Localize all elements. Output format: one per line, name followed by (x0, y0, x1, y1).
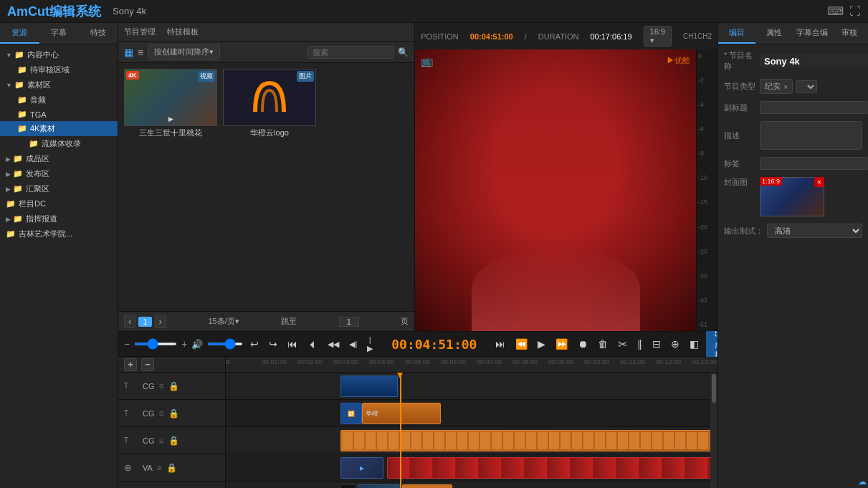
tab-properties[interactable]: 属性 (755, 23, 793, 44)
cover-remove-btn[interactable]: × (814, 177, 824, 187)
volume-icon[interactable]: 🔊 (191, 339, 203, 350)
clip-cg2-orange[interactable]: 华橙 (362, 403, 441, 424)
cover-upload-btn[interactable]: ☁ (858, 477, 867, 487)
volume-slider[interactable] (207, 343, 243, 345)
media-thumb-image: 图片 (223, 69, 316, 126)
tab-assets[interactable]: 资源 (0, 23, 39, 44)
preview-screen[interactable]: 📺 ▶优酷 (415, 49, 696, 331)
scrollbar-thumb[interactable] (712, 374, 716, 403)
replace-btn[interactable]: ◧ (687, 337, 702, 351)
delete-btn[interactable]: 🗑 (595, 337, 611, 351)
slow-fwd-btn[interactable]: |▶ (364, 334, 376, 355)
list-view-btn[interactable]: ≡ (138, 47, 143, 58)
track-menu-icon2[interactable]: ≡ (159, 408, 164, 418)
vertical-scrollbar[interactable] (710, 373, 717, 488)
slow-rev2-btn[interactable]: ⏪ (512, 337, 530, 351)
skip-start-btn[interactable]: ⏮ (285, 337, 300, 351)
prev-page-btn[interactable]: ‹ (124, 315, 135, 328)
folder-icon: 📁 (6, 229, 16, 239)
output-select[interactable]: 高清 标清 4K (767, 224, 862, 238)
zoom-out-btn[interactable]: − (124, 338, 130, 350)
add-track-btn[interactable]: + (124, 358, 137, 371)
next-page-btn[interactable]: › (155, 315, 166, 328)
track-row-cg3[interactable] (226, 427, 717, 454)
tab-catalog[interactable]: 编目 (718, 23, 755, 44)
grid-view-btn[interactable]: ▦ (124, 47, 133, 58)
media-item-image[interactable]: 图片 华橙云logo (223, 69, 316, 138)
per-page-select[interactable]: 15条/页▾ (209, 316, 239, 327)
track-lock-icon3[interactable]: 🔒 (168, 436, 179, 446)
level-neg25: -25 (698, 248, 716, 255)
clip-va1-thumb1[interactable]: ▶ (340, 457, 383, 479)
tree-item-audio[interactable]: 📁 音频 (0, 92, 118, 107)
skip-end-btn[interactable]: ⏭ (492, 337, 508, 351)
type-select[interactable] (796, 80, 817, 93)
tab-effects-template[interactable]: 特技模板 (167, 23, 199, 41)
step-back2-btn[interactable]: ◀◀ (325, 338, 342, 350)
append-btn[interactable]: ⊕ (668, 337, 682, 351)
clip-va2-3[interactable] (402, 484, 452, 488)
tree-arrow: ▶ (6, 156, 11, 163)
clip-va2-1[interactable] (340, 484, 356, 488)
tab-subtitle[interactable]: 字幕 (39, 23, 79, 44)
undo-btn[interactable]: ↩ (247, 337, 262, 351)
tree-item-stream[interactable]: 📁 流媒体收录 (0, 136, 118, 151)
tree-item-pending[interactable]: 📁 待审核区域 (0, 62, 118, 77)
fullscreen-icon[interactable]: ⛶ (849, 5, 861, 18)
desc-textarea[interactable] (760, 121, 862, 150)
zoom-in-btn[interactable]: + (181, 338, 187, 350)
track-row-cg1[interactable] (226, 373, 717, 400)
tree-item-aggregate[interactable]: ▶ 📁 汇聚区 (0, 181, 118, 196)
keyboard-icon[interactable]: ⌨ (827, 4, 844, 18)
tab-effects[interactable]: 特技 (78, 23, 118, 44)
tab-subtitle-edit[interactable]: 字幕合编 (793, 23, 831, 44)
track-row-va1[interactable]: ▶ (226, 454, 717, 482)
step-back-btn[interactable]: ⏴ (305, 337, 320, 351)
remove-track-btn[interactable]: − (141, 358, 154, 371)
tab-program-mgmt[interactable]: 节目管理 (124, 23, 156, 41)
tree-item-materials[interactable]: ▼ 📁 素材区 (0, 77, 118, 92)
tags-input[interactable] (760, 157, 868, 170)
tree-item-tga[interactable]: 📁 TGA (0, 107, 118, 121)
aspect-ratio[interactable]: 16:9 ▾ (644, 26, 672, 47)
sort-button[interactable]: 按创建时间降序▾ (148, 44, 220, 59)
zoom-slider[interactable] (134, 343, 177, 345)
tree-item-4k[interactable]: 📁 4K素材 (0, 121, 118, 136)
search-input[interactable] (307, 46, 394, 59)
track-lock-icon4[interactable]: 🔒 (166, 463, 177, 473)
clip-va1-film-strip[interactable] (387, 457, 717, 479)
clip-va2-2[interactable] (358, 484, 401, 488)
clip-cg1-1[interactable] (340, 375, 398, 397)
insert-btn[interactable]: ⊟ (649, 337, 664, 351)
tree-item-channel-dc[interactable]: 📁 栏目DC (0, 196, 118, 211)
track-lock-icon2[interactable]: 🔒 (168, 408, 179, 418)
tree-item-finished[interactable]: ▶ 📁 成品区 (0, 151, 118, 166)
cut-btn[interactable]: ✂ (615, 336, 630, 353)
split-btn[interactable]: ‖ (634, 337, 645, 351)
tree-item-command[interactable]: ▶ 📁 指挥报道 (0, 211, 118, 226)
current-page: 1 (138, 317, 151, 327)
track-lock-icon1[interactable]: 🔒 (168, 381, 179, 391)
fwd2-btn[interactable]: ⏩ (553, 337, 571, 351)
media-item-video[interactable]: ▶ 4K 视频 三生三世十里桃花 (124, 69, 217, 138)
slow-rev-btn[interactable]: ◀| (346, 338, 360, 350)
clip-cg3-strip[interactable] (340, 430, 717, 451)
track-menu-icon4[interactable]: ≡ (157, 463, 162, 473)
tag-close-btn[interactable]: × (783, 82, 788, 91)
track-menu-icon1[interactable]: ≡ (159, 381, 164, 391)
goto-input[interactable] (339, 317, 359, 327)
track-menu-icon3[interactable]: ≡ (159, 436, 164, 446)
record-btn[interactable]: ⏺ (575, 337, 591, 351)
program-name-input[interactable] (760, 54, 868, 68)
clip-cg2-logo[interactable]: 🔁 (340, 403, 362, 424)
tree-item-content-center[interactable]: ▼ 📁 内容中心 (0, 47, 118, 62)
track-row-cg2[interactable]: 🔁 华橙 (226, 400, 717, 427)
tab-review[interactable]: 审核 (831, 23, 868, 44)
tree-item-jilin[interactable]: 📁 吉林艺术学院... (0, 226, 118, 241)
tree-item-publish[interactable]: ▶ 📁 发布区 (0, 166, 118, 181)
redo-btn[interactable]: ↪ (266, 337, 280, 351)
search-icon[interactable]: 🔍 (398, 47, 409, 57)
subtitle-input[interactable] (760, 101, 868, 114)
play-btn[interactable]: ▶ (535, 337, 548, 351)
track-row-va2[interactable] (226, 482, 717, 488)
